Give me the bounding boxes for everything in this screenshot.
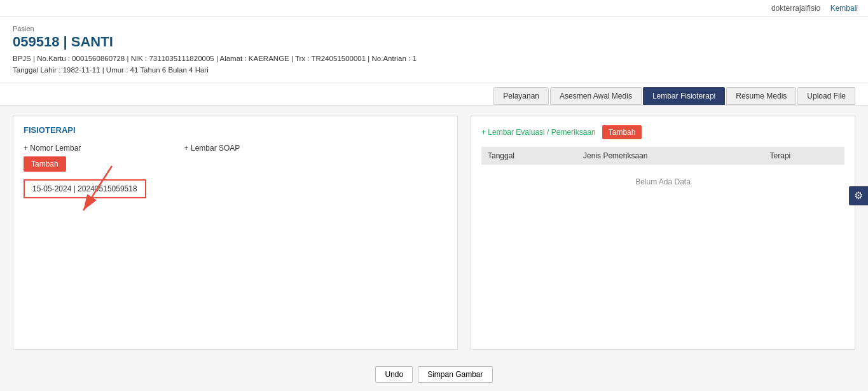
- simpan-gambar-button[interactable]: Simpan Gambar: [418, 366, 492, 383]
- top-bar: dokterrajalfisio Kembali: [0, 0, 868, 17]
- lembar-soap-block: + Lembar SOAP: [184, 144, 240, 156]
- evaluasi-label: + Lembar Evaluasi / Pemeriksaan: [481, 128, 596, 137]
- nomor-lembar-block: + Nomor Lembar Tambah 15-05-2024 | 20240…: [24, 144, 146, 198]
- main-content: FISIOTERAPI + Nomor Lembar Tambah 15-05-…: [0, 106, 868, 360]
- evaluasi-table-header: Tanggal Jenis Pemeriksaan Terapi: [481, 147, 844, 165]
- right-panel: + Lembar Evaluasi / Pemeriksaan Tambah T…: [471, 116, 855, 350]
- gear-icon: ⚙: [854, 189, 863, 202]
- col-terapi: Terapi: [764, 147, 844, 165]
- empty-text: Belum Ada Data: [481, 165, 844, 199]
- patient-name: 059518 | SANTI: [13, 34, 855, 50]
- lembar-soap-label: + Lembar SOAP: [184, 144, 240, 153]
- tab-lembar-fisioterapi[interactable]: Lembar Fisioterapi: [643, 87, 725, 105]
- undo-button[interactable]: Undo: [375, 366, 413, 383]
- patient-info-line2: Tanggal Lahir : 1982-11-11 | Umur : 41 T…: [13, 64, 855, 76]
- evaluasi-table: Tanggal Jenis Pemeriksaan Terapi Belum A…: [481, 147, 844, 199]
- left-panel: FISIOTERAPI + Nomor Lembar Tambah 15-05-…: [13, 116, 458, 350]
- col-tanggal: Tanggal: [481, 147, 577, 165]
- patient-label: Pasien: [13, 25, 855, 32]
- nomor-lembar-label: + Nomor Lembar: [24, 144, 146, 153]
- bottom-bar: Undo Simpan Gambar: [0, 360, 868, 389]
- tambah-nomor-lembar-button[interactable]: Tambah: [24, 156, 66, 172]
- nomor-lembar-section: + Nomor Lembar Tambah 15-05-2024 | 20240…: [24, 144, 447, 198]
- lembar-item[interactable]: 15-05-2024 | 20240515059518: [24, 179, 146, 198]
- settings-icon[interactable]: ⚙: [849, 186, 868, 205]
- username-label: dokterrajalfisio: [771, 4, 820, 13]
- patient-info-line1: BPJS | No.Kartu : 0001560860728 | NIK : …: [13, 53, 855, 64]
- tab-upload-file[interactable]: Upload File: [797, 87, 855, 105]
- kembali-link[interactable]: Kembali: [830, 4, 858, 13]
- evaluasi-header: + Lembar Evaluasi / Pemeriksaan Tambah: [481, 125, 844, 139]
- tab-resume-medis[interactable]: Resume Medis: [726, 87, 796, 105]
- tambah-evaluasi-button[interactable]: Tambah: [602, 125, 642, 139]
- col-jenis-pemeriksaan: Jenis Pemeriksaan: [577, 147, 764, 165]
- empty-row: Belum Ada Data: [481, 165, 844, 199]
- tab-pelayanan[interactable]: Pelayanan: [493, 87, 549, 105]
- tab-asesmen-awal-medis[interactable]: Asesmen Awal Medis: [550, 87, 642, 105]
- tabs-bar: Pelayanan Asesmen Awal Medis Lembar Fisi…: [0, 83, 868, 106]
- patient-header: Pasien 059518 | SANTI BPJS | No.Kartu : …: [0, 17, 868, 83]
- fisioterapi-title: FISIOTERAPI: [24, 125, 447, 135]
